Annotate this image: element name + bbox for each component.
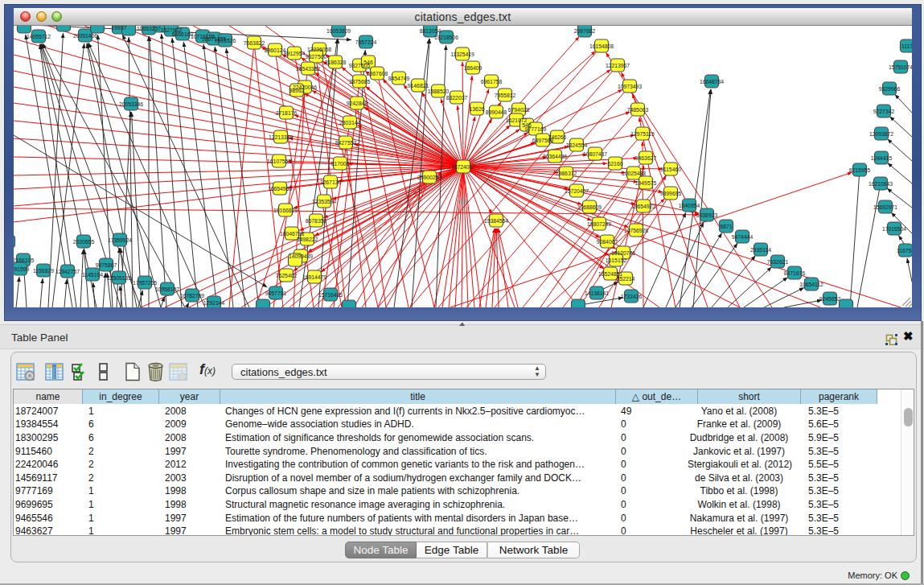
svg-text:19218506: 19218506 (434, 35, 458, 40)
svg-text:20091406: 20091406 (73, 33, 97, 39)
svg-text:12942757: 12942757 (55, 269, 80, 274)
svg-text:19937: 19937 (112, 26, 127, 31)
svg-text:1292344: 1292344 (203, 300, 225, 306)
svg-text:6871: 6871 (720, 224, 732, 229)
svg-text:1145194: 1145194 (82, 272, 103, 278)
svg-text:746266: 746266 (548, 134, 567, 140)
svg-text:13226058: 13226058 (307, 47, 331, 52)
svg-text:62160: 62160 (608, 161, 623, 167)
svg-text:1588520: 1588520 (428, 89, 450, 94)
svg-text:18724007: 18724007 (451, 164, 475, 170)
svg-text:14099489: 14099489 (289, 253, 313, 259)
svg-text:8678352: 8678352 (306, 218, 327, 224)
svg-text:20364436: 20364436 (543, 154, 567, 159)
svg-text:16046798: 16046798 (280, 231, 304, 237)
svg-text:18807249: 18807249 (587, 221, 611, 227)
svg-text:2087682: 2087682 (574, 28, 596, 34)
svg-text:8990448: 8990448 (486, 109, 507, 115)
svg-text:9146821: 9146821 (408, 83, 429, 89)
svg-text:10973493: 10973493 (618, 84, 642, 89)
svg-text:17957255: 17957255 (133, 280, 157, 286)
svg-text:7625402: 7625402 (276, 273, 298, 278)
svg-text:14136141: 14136141 (585, 290, 609, 296)
svg-text:15751074: 15751074 (889, 64, 912, 70)
svg-text:8912954: 8912954 (284, 51, 306, 56)
svg-text:2803144: 2803144 (339, 120, 361, 126)
svg-text:3875685: 3875685 (349, 79, 371, 84)
svg-text:13626: 13626 (470, 106, 485, 112)
svg-text:1733426: 1733426 (621, 294, 643, 299)
svg-text:8186328: 8186328 (325, 60, 347, 65)
svg-text:9327500: 9327500 (306, 54, 327, 60)
svg-text:8322037: 8322037 (446, 95, 468, 101)
svg-text:20053346: 20053346 (119, 101, 143, 107)
svg-text:1117: 1117 (901, 43, 912, 49)
svg-text:8454749: 8454749 (388, 76, 410, 81)
svg-text:10807487: 10807487 (583, 151, 607, 157)
svg-text:9899695: 9899695 (660, 191, 682, 196)
svg-text:16654966: 16654966 (268, 186, 292, 192)
svg-text:12975115: 12975115 (630, 131, 655, 137)
svg-text:16543382: 16543382 (296, 66, 320, 72)
svg-text:12093872: 12093872 (869, 131, 893, 137)
svg-text:9777169: 9777169 (525, 126, 547, 132)
svg-text:7857224: 7857224 (355, 39, 377, 45)
svg-text:7485063: 7485063 (627, 107, 649, 113)
svg-text:9975867: 9975867 (96, 262, 117, 268)
svg-text:3498222: 3498222 (297, 237, 318, 242)
svg-text:3267130: 3267130 (320, 179, 342, 185)
svg-text:9245652: 9245652 (819, 296, 841, 302)
svg-text:16648784: 16648784 (700, 79, 724, 84)
svg-text:9463627: 9463627 (635, 155, 657, 161)
svg-text:817006: 817006 (331, 161, 350, 167)
svg-text:6961758: 6961758 (481, 79, 503, 84)
svg-text:10756928: 10756928 (624, 228, 648, 233)
svg-text:7632621: 7632621 (767, 259, 789, 265)
svg-text:1640954: 1640954 (679, 203, 700, 208)
svg-text:10120746: 10120746 (611, 250, 635, 256)
svg-text:8215955: 8215955 (849, 167, 871, 173)
svg-text:2867608: 2867608 (367, 71, 388, 76)
svg-text:8813054: 8813054 (420, 28, 441, 34)
svg-text:12505135: 12505135 (107, 275, 131, 281)
svg-text:7515526: 7515526 (215, 38, 236, 43)
svg-text:1949575: 1949575 (635, 180, 657, 186)
svg-text:8471676: 8471676 (784, 270, 806, 276)
svg-text:2020655: 2020655 (73, 239, 95, 245)
svg-text:2718176: 2718176 (276, 110, 298, 116)
svg-text:391599: 391599 (14, 266, 30, 272)
svg-text:9457791: 9457791 (265, 290, 287, 296)
svg-text:19654923: 19654923 (631, 204, 655, 209)
svg-text:9115460: 9115460 (660, 167, 681, 172)
svg-text:15716485: 15716485 (318, 292, 343, 298)
svg-text:186409: 186409 (464, 65, 483, 71)
svg-text:7663822: 7663822 (244, 40, 265, 46)
svg-text:8960124: 8960124 (265, 47, 286, 53)
svg-text:9084067: 9084067 (597, 239, 618, 245)
svg-text:10654112: 10654112 (799, 282, 823, 287)
svg-text:8427552: 8427552 (335, 140, 357, 146)
svg-text:16782759: 16782759 (180, 293, 204, 299)
svg-text:10025488: 10025488 (622, 171, 646, 176)
svg-text:16107553: 16107553 (267, 159, 291, 164)
svg-text:19384554: 19384554 (484, 218, 508, 224)
svg-text:16053809: 16053809 (326, 28, 351, 34)
svg-text:252214: 252214 (617, 276, 635, 282)
svg-text:2935114: 2935114 (750, 247, 771, 253)
svg-text:3824554: 3824554 (566, 142, 588, 148)
svg-text:5938923: 5938923 (696, 212, 718, 218)
svg-text:17016504: 17016504 (882, 226, 906, 232)
svg-text:1244415: 1244415 (871, 155, 893, 161)
svg-text:2166105: 2166105 (14, 257, 34, 263)
svg-text:10958107: 10958107 (155, 286, 179, 292)
svg-text:10688609: 10688609 (577, 204, 602, 210)
svg-text:116753: 116753 (897, 248, 912, 253)
svg-text:10653257: 10653257 (137, 26, 161, 31)
svg-text:12213967: 12213967 (606, 63, 630, 68)
svg-text:1615152: 1615152 (606, 257, 627, 263)
svg-text:6794028: 6794028 (508, 107, 530, 113)
svg-text:9227342: 9227342 (873, 109, 895, 114)
svg-text:15720407: 15720407 (565, 188, 589, 194)
svg-text:1156829: 1156829 (33, 268, 54, 274)
svg-text:25900293: 25900293 (417, 175, 441, 180)
